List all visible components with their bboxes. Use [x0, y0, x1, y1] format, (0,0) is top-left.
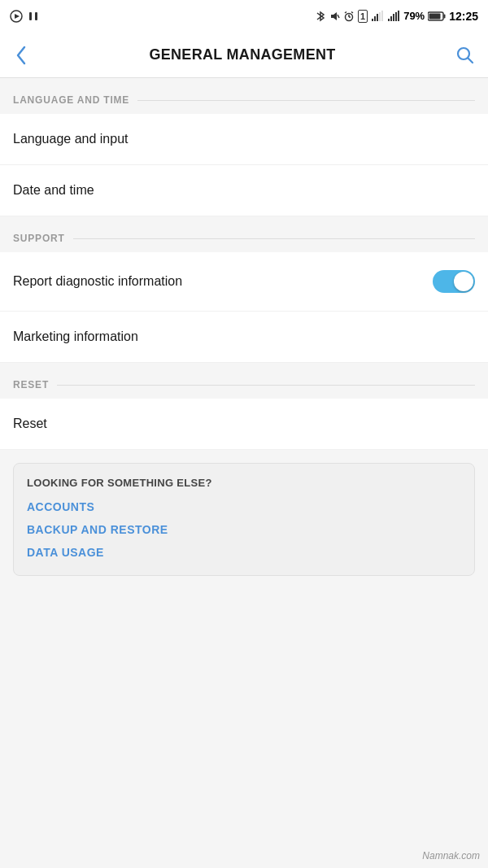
- svg-rect-17: [393, 14, 394, 21]
- support-label: SUPPORT: [13, 233, 65, 244]
- svg-rect-13: [379, 12, 381, 21]
- svg-rect-19: [398, 11, 399, 21]
- language-time-divider: [137, 100, 475, 101]
- signal1-icon: [371, 11, 384, 22]
- svg-rect-14: [381, 11, 383, 21]
- diagnostic-toggle[interactable]: [433, 270, 475, 293]
- bluetooth-icon: [316, 11, 325, 22]
- svg-rect-22: [429, 13, 441, 19]
- marketing-info-text: Marketing information: [13, 329, 138, 344]
- marketing-info-item[interactable]: Marketing information: [0, 312, 488, 363]
- pause-icon: [28, 11, 39, 22]
- svg-rect-3: [35, 12, 37, 20]
- svg-rect-11: [374, 16, 376, 21]
- reset-section-header: RESET: [0, 363, 488, 399]
- status-time: 12:25: [449, 10, 478, 23]
- language-input-text: Language and input: [13, 132, 128, 146]
- toggle-knob: [454, 272, 473, 291]
- sim-badge: 1: [358, 10, 368, 23]
- language-input-item[interactable]: Language and input: [0, 114, 488, 165]
- backup-restore-link[interactable]: BACKUP AND RESTORE: [27, 523, 461, 536]
- accounts-link[interactable]: ACCOUNTS: [27, 500, 461, 513]
- svg-line-24: [468, 58, 473, 63]
- svg-rect-18: [395, 12, 397, 21]
- watermark: Namnak.com: [422, 850, 480, 861]
- page-title: GENERAL MANAGEMENT: [149, 46, 335, 63]
- content-area: LANGUAGE AND TIME Language and input Dat…: [0, 78, 488, 576]
- language-time-section-header: LANGUAGE AND TIME: [0, 78, 488, 114]
- data-usage-link[interactable]: DATA USAGE: [27, 546, 461, 559]
- svg-rect-12: [377, 14, 378, 21]
- report-diagnostic-text: Report diagnostic information: [13, 274, 182, 289]
- status-right-icons: 1 79% 12:25: [316, 10, 478, 23]
- search-button[interactable]: [455, 46, 475, 65]
- svg-rect-2: [29, 12, 32, 20]
- battery-icon: [428, 11, 446, 21]
- reset-text: Reset: [13, 417, 47, 431]
- svg-rect-16: [390, 16, 392, 21]
- svg-rect-15: [388, 19, 390, 21]
- status-bar: 1 79% 12:25: [0, 0, 488, 33]
- status-left-icons: [10, 10, 39, 23]
- svg-rect-10: [372, 19, 373, 21]
- support-section-header: SUPPORT: [0, 216, 488, 252]
- battery-percentage: 79%: [403, 10, 425, 22]
- back-button[interactable]: [13, 44, 29, 67]
- report-diagnostic-item[interactable]: Report diagnostic information: [0, 252, 488, 312]
- svg-line-9: [351, 11, 353, 13]
- alarm-icon: [343, 11, 355, 22]
- svg-marker-1: [15, 14, 20, 19]
- reset-label: RESET: [13, 379, 49, 390]
- svg-line-8: [345, 11, 346, 13]
- looking-for-section: LOOKING FOR SOMETHING ELSE? ACCOUNTS BAC…: [13, 463, 475, 576]
- play-icon: [10, 10, 23, 23]
- reset-item[interactable]: Reset: [0, 399, 488, 450]
- date-time-text: Date and time: [13, 183, 94, 198]
- language-time-label: LANGUAGE AND TIME: [13, 94, 129, 106]
- svg-line-4: [338, 15, 339, 18]
- reset-divider: [57, 385, 475, 386]
- looking-for-title: LOOKING FOR SOMETHING ELSE?: [27, 477, 461, 489]
- svg-rect-21: [444, 14, 446, 18]
- signal2-icon: [387, 11, 400, 22]
- support-divider: [73, 238, 475, 239]
- page-header: GENERAL MANAGEMENT: [0, 33, 488, 78]
- toggle-container: [433, 270, 475, 293]
- mute-icon: [329, 11, 340, 22]
- date-time-item[interactable]: Date and time: [0, 165, 488, 216]
